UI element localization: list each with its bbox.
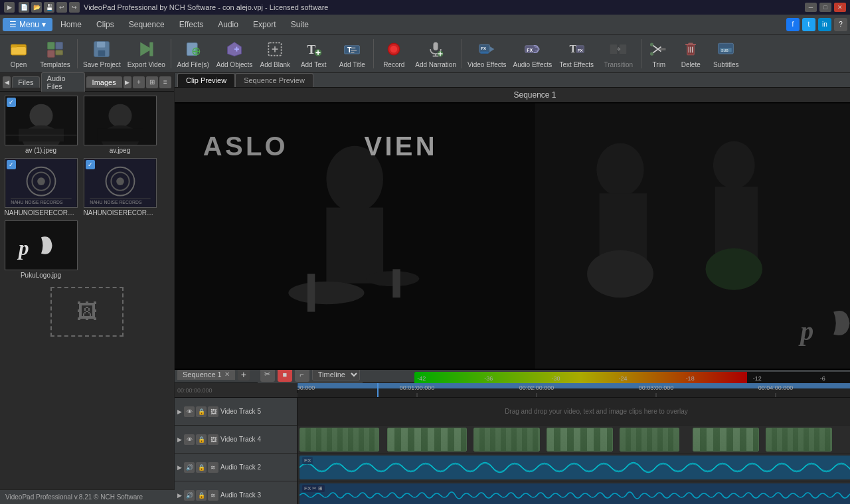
media-item-av1[interactable]: ✓ av (1).jpeg: [3, 94, 79, 155]
audio-clip-2[interactable]: FX: [299, 456, 850, 479]
video-effects-button[interactable]: FX Video Effects: [465, 37, 509, 71]
expand-vt5[interactable]: ▶: [177, 408, 182, 415]
audio-track-2-content[interactable]: FX: [298, 454, 850, 481]
media-thumb-puku: p: [5, 220, 78, 270]
grid-view-btn[interactable]: ⊞: [146, 76, 158, 88]
expand-vt4[interactable]: ▶: [177, 436, 182, 443]
at2-lock[interactable]: 🔒: [196, 462, 207, 473]
menu-export[interactable]: Export: [246, 17, 283, 32]
track-headers: 00:00:00.000 ▶ 👁 🔒 🖼 Video Track 5: [175, 383, 298, 504]
preview-panel: Clip Preview Sequence Preview Sequence 1: [175, 73, 850, 365]
video-track-4-content[interactable]: ✕: [298, 426, 850, 454]
add-objects-button[interactable]: Add Objects: [214, 37, 255, 71]
status-text: VideoPad Professional v.8.21 © NCH Softw…: [5, 493, 143, 501]
transition-icon: [608, 39, 629, 60]
templates-button[interactable]: Templates: [36, 37, 74, 71]
maximize-btn[interactable]: □: [819, 3, 831, 12]
add-files-icon: [183, 39, 204, 60]
record-button[interactable]: Record: [377, 37, 411, 71]
add-media-btn[interactable]: +: [133, 76, 145, 88]
at3-mute[interactable]: 🔊: [184, 490, 195, 501]
delete-button[interactable]: Delete: [675, 37, 707, 71]
save-icon[interactable]: 💾: [44, 2, 54, 13]
media-item-puku[interactable]: p PukuLogo.jpg: [3, 219, 79, 280]
text-effects-button[interactable]: T FX Text Effects: [556, 37, 597, 71]
add-blank-button[interactable]: Add Blank: [256, 37, 294, 71]
video-clip-1[interactable]: [299, 428, 379, 452]
add-text-button[interactable]: T Add Text: [295, 37, 332, 71]
files-tab[interactable]: Files: [12, 76, 39, 88]
add-title-icon: T: [341, 39, 363, 60]
social-icon-1[interactable]: f: [786, 18, 800, 31]
list-view-btn[interactable]: ≡: [159, 76, 171, 88]
close-btn[interactable]: ✕: [834, 3, 846, 12]
audio-files-tab[interactable]: Audio Files: [41, 72, 85, 92]
expand-at2[interactable]: ▶: [177, 464, 182, 471]
at3-lock[interactable]: 🔒: [196, 490, 207, 501]
sequence-1-tab[interactable]: Sequence 1 ✕: [177, 369, 235, 380]
subtitles-button[interactable]: SUB Subtitles: [708, 37, 744, 71]
media-item-nahu1[interactable]: ✓ NAHU NOISE RECORDS NAHUNOISERECORD...: [3, 157, 79, 218]
media-row-2: ✓ NAHU NOISE RECORDS NAHUNOISERECORD...: [3, 157, 171, 218]
add-title-button[interactable]: T Add Title: [333, 37, 371, 71]
vt5-img[interactable]: 🖼: [208, 406, 218, 417]
add-files-button[interactable]: Add File(s): [174, 37, 212, 71]
at3-wave[interactable]: ≋: [208, 490, 218, 501]
trim-button[interactable]: Trim: [644, 37, 673, 71]
menu-sequence[interactable]: Sequence: [122, 17, 171, 32]
svg-text:FX: FX: [578, 48, 584, 52]
audio-clip-3[interactable]: FX ✂ ⊞: [299, 483, 850, 504]
seq-tab-close[interactable]: ✕: [224, 371, 230, 378]
menu-clips[interactable]: Clips: [90, 17, 121, 32]
tab-nav-right[interactable]: ▶: [124, 76, 131, 88]
video-clip-3[interactable]: [473, 428, 540, 452]
delete-icon: [680, 39, 701, 60]
save-project-button[interactable]: Save Project: [80, 37, 124, 71]
vt4-lock[interactable]: 🔒: [196, 434, 207, 445]
new-icon[interactable]: 📄: [19, 2, 29, 13]
at2-wave[interactable]: ≋: [208, 462, 218, 473]
open-icon[interactable]: 📂: [31, 2, 42, 13]
redo-icon[interactable]: ↪: [69, 2, 80, 13]
add-narration-button[interactable]: Add Narration: [412, 37, 459, 71]
clip-preview-tab[interactable]: Clip Preview: [177, 73, 235, 87]
text-effects-icon: T FX: [566, 39, 587, 60]
images-tab[interactable]: Images: [86, 76, 122, 88]
social-icon-3[interactable]: in: [818, 18, 831, 31]
export-video-button[interactable]: Export Video: [125, 37, 168, 71]
audio-track-3-content[interactable]: FX ✂ ⊞: [298, 481, 850, 504]
video-clip-6[interactable]: [693, 428, 759, 452]
vt4-eye[interactable]: 👁: [184, 434, 195, 445]
timeline-selector[interactable]: Timeline: [312, 369, 360, 380]
svg-point-70: [108, 104, 131, 127]
video-clip-5[interactable]: [620, 428, 679, 452]
menu-suite[interactable]: Suite: [284, 17, 315, 32]
fx-badge: FX: [302, 457, 313, 464]
open-button[interactable]: Open: [3, 37, 35, 71]
svg-rect-54: [660, 48, 666, 50]
help-icon[interactable]: ?: [834, 18, 847, 31]
undo-icon[interactable]: ↩: [56, 2, 67, 13]
menu-audio[interactable]: Audio: [211, 17, 245, 32]
menu-button[interactable]: ☰ Menu ▾: [3, 18, 52, 31]
menu-effects[interactable]: Effects: [173, 17, 210, 32]
video-clip-2[interactable]: [387, 428, 467, 452]
transition-button[interactable]: Transition: [598, 37, 638, 71]
vt4-img[interactable]: 🖼: [208, 434, 218, 445]
audio-effects-button[interactable]: FX Audio Effects: [511, 37, 555, 71]
expand-at3[interactable]: ▶: [177, 492, 182, 499]
tab-nav-left[interactable]: ◀: [3, 76, 11, 88]
media-item-av[interactable]: av.jpeg: [82, 94, 158, 155]
minimize-btn[interactable]: ─: [805, 3, 817, 12]
video-clip-7[interactable]: [766, 428, 832, 452]
svg-rect-1: [11, 47, 27, 55]
media-item-nahu2[interactable]: ✓ NAHU NOISE RECORDS NAHUNOISERECORD...: [82, 157, 158, 218]
at2-mute[interactable]: 🔊: [184, 462, 195, 473]
video-clip-4[interactable]: [547, 428, 613, 452]
add-sequence-btn[interactable]: +: [238, 369, 250, 380]
menu-home[interactable]: Home: [54, 17, 88, 32]
social-icon-2[interactable]: t: [802, 18, 815, 31]
vt5-eye[interactable]: 👁: [184, 406, 195, 417]
vt5-lock[interactable]: 🔒: [196, 406, 207, 417]
sequence-preview-tab[interactable]: Sequence Preview: [235, 73, 313, 87]
